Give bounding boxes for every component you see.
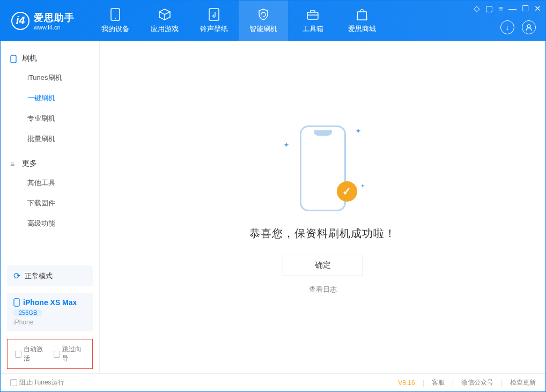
sidebar-item-other-tools[interactable]: 其他工具 — [1, 173, 99, 193]
sidebar-item-pro-flash[interactable]: 专业刷机 — [1, 108, 99, 129]
svg-rect-2 — [209, 9, 219, 20]
footer-link-wechat[interactable]: 微信公众号 — [461, 378, 493, 387]
svg-rect-6 — [14, 299, 19, 306]
music-file-icon — [208, 8, 220, 21]
main-content: ✦ ✦ ✦ ✓ 恭喜您，保资料刷机成功啦！ 确定 查看日志 — [100, 41, 545, 373]
footer-link-update[interactable]: 检查更新 — [510, 378, 536, 387]
separator: | — [452, 379, 454, 387]
svg-rect-5 — [11, 55, 16, 63]
main-tabs: 我的设备 应用游戏 铃声壁纸 智能刷机 工具箱 爱思商城 — [91, 1, 387, 41]
sidebar-item-advanced[interactable]: 高级功能 — [1, 213, 99, 234]
svg-point-4 — [527, 25, 530, 28]
device-card[interactable]: iPhone XS Max 256GB iPhone — [7, 293, 93, 331]
tab-label: 我的设备 — [101, 24, 129, 34]
tab-ringtone-wallpaper[interactable]: 铃声壁纸 — [189, 1, 239, 41]
close-button[interactable]: ✕ — [534, 4, 541, 13]
refresh-icon: ⟳ — [13, 271, 20, 281]
separator: | — [501, 379, 503, 387]
checkbox-icon — [10, 379, 17, 386]
tab-label: 铃声壁纸 — [200, 24, 228, 34]
footer-link-support[interactable]: 客服 — [432, 378, 445, 387]
sidebar-group-more: ≡ 更多 — [1, 154, 99, 173]
tab-my-device[interactable]: 我的设备 — [91, 1, 140, 41]
user-icon[interactable] — [522, 20, 536, 34]
device-name-row: iPhone XS Max — [13, 298, 77, 307]
sidebar-item-batch-flash[interactable]: 批量刷机 — [1, 129, 99, 149]
phone-outline-icon — [10, 55, 18, 62]
separator: | — [423, 379, 424, 387]
header: i4 爱思助手 www.i4.cn 我的设备 应用游戏 铃声壁纸 智能刷机 — [1, 1, 545, 41]
sidebar: 刷机 iTunes刷机 一键刷机 专业刷机 批量刷机 ≡ 更多 其他工具 下载固… — [1, 41, 100, 373]
toolbox-icon — [306, 8, 319, 21]
cube-icon — [158, 8, 171, 21]
logo-icon: i4 — [11, 12, 29, 30]
list-icon: ≡ — [10, 160, 18, 167]
app-title: 爱思助手 — [34, 11, 75, 24]
device-capacity: 256GB — [13, 309, 42, 316]
tab-label: 应用游戏 — [151, 24, 179, 34]
tab-smart-flash[interactable]: 智能刷机 — [239, 1, 288, 41]
success-message: 恭喜您，保资料刷机成功啦！ — [249, 226, 396, 241]
body: 刷机 iTunes刷机 一键刷机 专业刷机 批量刷机 ≡ 更多 其他工具 下载固… — [1, 41, 545, 373]
sidebar-group-title: 刷机 — [22, 54, 37, 63]
ok-button[interactable]: 确定 — [283, 255, 363, 276]
svg-rect-3 — [307, 12, 318, 19]
footer: 阻止iTunes运行 V8.16 | 客服 | 微信公众号 | 检查更新 — [1, 373, 545, 391]
menu-icon[interactable]: ≡ — [498, 4, 503, 13]
checkbox-label: 自动激活 — [24, 345, 46, 363]
minimize-button[interactable]: — — [508, 4, 517, 13]
app-window: i4 爱思助手 www.i4.cn 我的设备 应用游戏 铃声壁纸 智能刷机 — [0, 0, 546, 392]
shield-refresh-icon — [257, 8, 270, 21]
phone-illustration — [300, 125, 346, 211]
tab-label: 智能刷机 — [249, 24, 277, 34]
tab-label: 爱思商城 — [348, 24, 376, 34]
sidebar-group-flash: 刷机 — [1, 49, 99, 68]
checkbox-skip-guide[interactable]: 跳过向导 — [54, 345, 85, 363]
phone-small-icon — [13, 298, 20, 307]
checkbox-block-itunes[interactable]: 阻止iTunes运行 — [10, 378, 64, 387]
checkmark-badge-icon: ✓ — [337, 181, 357, 202]
checkbox-auto-activate[interactable]: 自动激活 — [15, 345, 46, 363]
device-name: iPhone XS Max — [23, 298, 77, 307]
sparkle-icon: ✦ — [283, 140, 290, 149]
download-icon[interactable]: ↓ — [500, 20, 514, 34]
header-right-icons: ↓ — [500, 20, 536, 34]
logo: i4 爱思助手 www.i4.cn — [1, 1, 85, 41]
logo-text: 爱思助手 www.i4.cn — [34, 11, 75, 31]
sidebar-item-itunes-flash[interactable]: iTunes刷机 — [1, 68, 99, 88]
tab-toolbox[interactable]: 工具箱 — [288, 1, 337, 41]
mode-label: 正常模式 — [25, 271, 53, 281]
checkbox-icon — [15, 351, 21, 358]
version-label: V8.16 — [398, 379, 415, 387]
success-illustration: ✦ ✦ ✦ ✓ — [280, 120, 366, 217]
flash-options-highlighted: 自动激活 跳过向导 — [7, 339, 93, 369]
sidebar-item-download-firmware[interactable]: 下载固件 — [1, 193, 99, 213]
view-log-link[interactable]: 查看日志 — [309, 285, 337, 294]
device-type: iPhone — [13, 319, 33, 326]
sparkle-icon: ✦ — [355, 127, 361, 135]
svg-point-1 — [115, 18, 116, 19]
grid-icon[interactable]: ▢ — [485, 4, 493, 13]
checkbox-label: 跳过向导 — [62, 345, 85, 363]
checkbox-label: 阻止iTunes运行 — [19, 378, 64, 387]
mode-card[interactable]: ⟳ 正常模式 — [7, 265, 93, 286]
tab-store[interactable]: 爱思商城 — [337, 1, 387, 41]
shirt-icon[interactable]: ◇ — [474, 4, 480, 13]
checkbox-icon — [54, 351, 60, 358]
maximize-button[interactable]: ☐ — [522, 4, 529, 13]
tab-label: 工具箱 — [302, 24, 323, 34]
app-subtitle: www.i4.cn — [34, 24, 75, 31]
tab-apps-games[interactable]: 应用游戏 — [140, 1, 189, 41]
device-icon — [109, 8, 122, 21]
sidebar-item-oneclick-flash[interactable]: 一键刷机 — [1, 88, 99, 108]
bag-icon — [356, 8, 368, 21]
window-controls: ◇ ▢ ≡ — ☐ ✕ — [474, 4, 541, 13]
sparkle-icon: ✦ — [360, 183, 365, 189]
footer-right: V8.16 | 客服 | 微信公众号 | 检查更新 — [398, 378, 536, 387]
sidebar-group-title: 更多 — [22, 159, 37, 168]
